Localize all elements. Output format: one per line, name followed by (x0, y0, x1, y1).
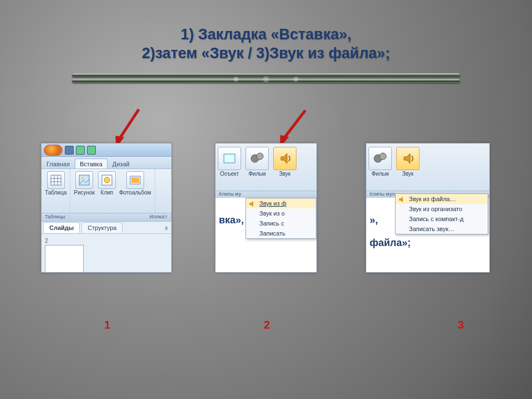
tab-insert[interactable]: Вставка (75, 158, 108, 168)
svg-point-14 (104, 177, 110, 183)
instruction-title: 1) Закладка «Вставка», 2)затем «Звук / 3… (0, 0, 532, 63)
clip-icon[interactable] (98, 171, 116, 189)
picture-icon[interactable] (75, 171, 93, 189)
ribbon-tabs: Главная Вставка Дизай (42, 157, 171, 169)
sound-dropdown-menu: Звук из ф Звук из о Запись с Записать (245, 198, 316, 239)
svg-point-12 (81, 177, 84, 180)
caption-2: 2 (264, 319, 270, 331)
sound-label-3: Звук (402, 171, 414, 177)
svg-line-2 (284, 107, 305, 141)
ribbon-media: Ооъект Фильм Звук (216, 144, 316, 191)
screenshot-panel-3: Фильм Звук Клипы мул », файла»; Звук из … (366, 143, 490, 273)
tab-home[interactable]: Главная (42, 158, 75, 168)
caption-1: 1 (104, 319, 110, 331)
redo-icon[interactable] (87, 146, 96, 155)
title-line-1: 1) Закладка «Вставка», (0, 25, 532, 44)
ribbon-insert: Таблица Рисунок Клип Фотоальбом (42, 169, 171, 213)
nav-pane-tabs: Слайды Структура x (42, 222, 171, 234)
movie-label: Фильм (248, 171, 265, 177)
screenshot-panel-1: Главная Вставка Дизай Таблица Рисунок Кл… (41, 143, 172, 273)
close-icon[interactable]: x (165, 224, 168, 231)
svg-line-0 (120, 108, 139, 141)
object-button[interactable]: Ооъект (216, 147, 243, 177)
movie-button[interactable]: Фильм (243, 147, 271, 177)
decorative-divider (72, 73, 460, 85)
movie-label-3: Фильм (371, 171, 388, 177)
quick-access-toolbar (42, 144, 171, 157)
sound-icon (273, 147, 296, 170)
svg-point-21 (380, 153, 386, 160)
sound-button[interactable]: Звук (271, 147, 299, 177)
picture-label: Рисунок (74, 190, 95, 196)
sound-dropdown-menu-3: Звук из файла… Звук из организато Запись… (395, 193, 488, 234)
svg-rect-6 (51, 175, 61, 185)
undo-icon[interactable] (76, 146, 85, 155)
photoalbum-icon[interactable] (126, 171, 144, 189)
table-label: Таблица (45, 190, 66, 196)
clip-label: Клип (101, 190, 114, 196)
menu-sound-from-organizer-3[interactable]: Звук из организато (396, 204, 488, 214)
save-icon[interactable] (65, 146, 74, 155)
caption-3: 3 (458, 319, 464, 331)
menu-record-sound-3[interactable]: Записать звук… (396, 224, 488, 234)
menu-sound-from-file-3[interactable]: Звук из файла… (396, 194, 488, 204)
svg-rect-16 (131, 177, 139, 183)
group-label-illustrations: Иллюст (69, 213, 171, 221)
svg-rect-17 (224, 154, 235, 163)
screenshot-panel-2: Ооъект Фильм Звук Клипы му вка», Звук из… (215, 143, 317, 273)
sound-label: Звук (279, 171, 291, 177)
table-icon[interactable] (47, 171, 65, 189)
doc-text-fragment: вка», (219, 214, 244, 226)
movie-icon (245, 147, 269, 170)
slide-thumbnail[interactable] (45, 245, 84, 273)
title-line-2: 2)затем «Звук / 3)Звук из файла»; (0, 44, 532, 63)
doc-text-fragment-3b: файла»; (370, 237, 486, 249)
sound-button-3[interactable]: Звук (394, 147, 422, 177)
menu-sound-from-organizer[interactable]: Звук из о (246, 208, 316, 218)
office-button[interactable] (44, 145, 63, 156)
sound-icon-3 (396, 147, 420, 170)
object-icon (218, 147, 241, 170)
group-label-tables: Таблицы (42, 213, 69, 221)
nav-tab-structure[interactable]: Структура (81, 222, 122, 233)
ribbon-group-illustrations: Рисунок Клип Фотоальбом (70, 169, 155, 213)
menu-record-cd[interactable]: Запись с (246, 218, 316, 228)
ribbon-group-tables: Таблица (42, 169, 70, 213)
menu-record-sound[interactable]: Записать (246, 228, 316, 238)
movie-icon-3 (369, 147, 392, 170)
svg-rect-11 (79, 175, 89, 185)
slide-number: 2 (45, 238, 48, 244)
menu-sound-from-file[interactable]: Звук из ф (246, 198, 316, 208)
slide-thumbnail-pane: 2 (42, 234, 171, 273)
svg-point-19 (257, 153, 263, 160)
ribbon-group-labels: Таблицы Иллюст (42, 213, 171, 222)
nav-tab-slides[interactable]: Слайды (43, 222, 80, 233)
tab-design[interactable]: Дизай (108, 158, 135, 168)
ribbon-media-3: Фильм Звук (366, 144, 489, 191)
object-label: Ооъект (220, 171, 239, 177)
movie-button-3[interactable]: Фильм (366, 147, 394, 177)
menu-record-cd-3[interactable]: Запись с компакт-д (396, 214, 488, 224)
ribbon-group-label-media: Клипы му (216, 191, 316, 198)
photoalbum-label: Фотоальбом (119, 190, 151, 196)
